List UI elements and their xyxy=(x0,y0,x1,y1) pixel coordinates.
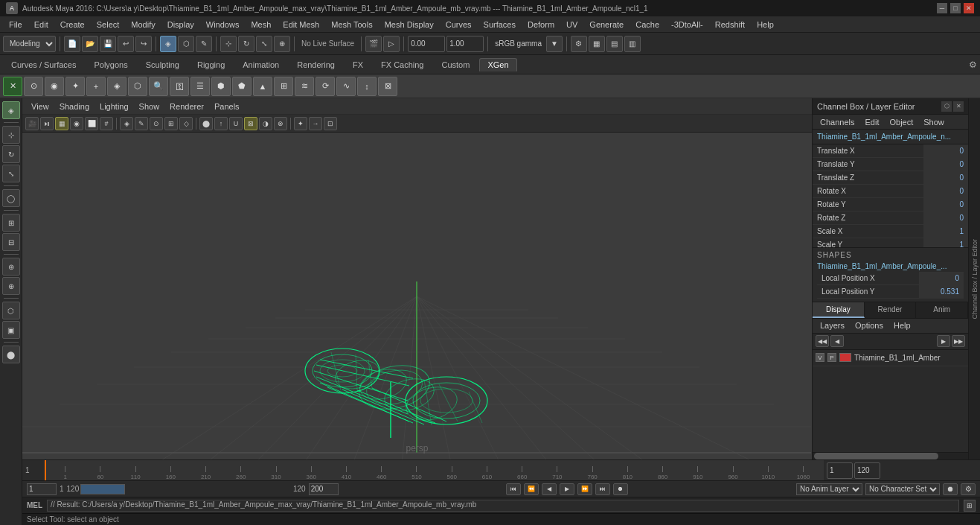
menu-generate[interactable]: Generate xyxy=(583,19,630,31)
save-scene-btn[interactable]: 💾 xyxy=(100,36,116,52)
layer-prev-btn[interactable]: ◀ xyxy=(830,335,844,347)
layout-btn2[interactable]: ▤ xyxy=(606,36,623,52)
cb-edit-menu[interactable]: Edit xyxy=(860,116,883,128)
viewport-canvas[interactable]: persp xyxy=(22,133,812,459)
layers-menu-help[interactable]: Help xyxy=(889,319,915,331)
scale-tool-side[interactable]: ⤡ xyxy=(2,165,20,182)
layer-rewind-btn[interactable]: ◀◀ xyxy=(816,335,829,347)
pb-play-fwd[interactable]: ▶ xyxy=(560,483,574,495)
shelf-tab-rigging[interactable]: Rigging xyxy=(189,58,233,71)
layer-next-btn[interactable]: ▶ xyxy=(937,335,950,347)
menu-3dto[interactable]: -3DtoAll- xyxy=(665,19,709,31)
tab-render[interactable]: Render xyxy=(865,302,917,318)
shelf-icon-13[interactable]: ⊞ xyxy=(274,77,293,96)
shelf-tab-xgen[interactable]: XGen xyxy=(479,58,516,71)
menu-uv[interactable]: UV xyxy=(560,19,583,31)
minimize-button[interactable]: ─ xyxy=(937,3,947,13)
channel-rotate-z[interactable]: Rotate Z 0 xyxy=(813,211,968,225)
shelf-icon-17[interactable]: ↕ xyxy=(357,77,377,96)
shelf-icon-16[interactable]: ∿ xyxy=(336,77,356,96)
anim-layer-selector[interactable]: No Anim Layer xyxy=(796,483,862,495)
layout-btn1[interactable]: ▦ xyxy=(589,36,605,52)
shelf-tab-fxcaching[interactable]: FX Caching xyxy=(373,58,432,71)
vmenu-show[interactable]: Show xyxy=(135,101,164,112)
shelf-tab-sculpting[interactable]: Sculpting xyxy=(138,58,188,71)
vp-paint-btn[interactable]: ✎ xyxy=(135,117,148,130)
vp-select-btn[interactable]: ◈ xyxy=(120,117,133,130)
layout-btn3[interactable]: ▥ xyxy=(624,36,641,52)
pb-step-back[interactable]: ⏪ xyxy=(524,483,539,495)
shelf-tab-fx[interactable]: FX xyxy=(345,58,371,71)
rotate-tool-side[interactable]: ↻ xyxy=(2,145,20,163)
rotate-btn[interactable]: ↻ xyxy=(238,36,254,52)
cb-channels-menu[interactable]: Channels xyxy=(816,116,859,128)
shelf-tab-custom[interactable]: Custom xyxy=(434,58,478,71)
color-space-arrow[interactable]: ▼ xyxy=(546,36,563,52)
vp-hud-btn[interactable]: ⊡ xyxy=(324,117,337,130)
shelf-icon-7[interactable]: 🔍 xyxy=(149,77,168,96)
vp-wireframe-btn[interactable]: ▦ xyxy=(55,117,68,130)
channel-scale-y[interactable]: Scale Y 1 xyxy=(813,238,968,247)
vp-xray-btn[interactable]: ⊠ xyxy=(244,117,257,130)
channel-translate-z[interactable]: Translate Z 0 xyxy=(813,171,968,185)
channel-rotate-y[interactable]: Rotate Y 0 xyxy=(813,198,968,211)
timeline-track[interactable]: 1 60 110 160 210 260 310 360 410 460 510… xyxy=(45,460,824,480)
misc-btn1[interactable]: ⬡ xyxy=(2,302,20,319)
universal-manip-btn[interactable]: ⊕ xyxy=(274,36,290,52)
prefs-btn2[interactable]: ⚙ xyxy=(961,483,976,495)
panel-float-btn[interactable]: ⬡ xyxy=(941,101,952,112)
vp-ao-btn[interactable]: ⊗ xyxy=(274,117,287,130)
shelf-tab-curves[interactable]: Curves / Surfaces xyxy=(3,58,84,71)
cb-show-menu[interactable]: Show xyxy=(919,116,949,128)
open-scene-btn[interactable]: 📂 xyxy=(82,36,98,52)
shelf-icon-1[interactable]: ⊙ xyxy=(24,77,43,96)
layer-playback-toggle[interactable]: P xyxy=(827,353,836,362)
max-frame-input[interactable] xyxy=(309,483,339,495)
ipr-btn[interactable]: ▷ xyxy=(383,36,400,52)
misc-btn2[interactable]: ▣ xyxy=(2,321,20,339)
shelf-icon-18[interactable]: ⊠ xyxy=(378,77,397,96)
vp-show-grid[interactable]: ⊞ xyxy=(164,117,178,130)
shelf-icon-2[interactable]: ◉ xyxy=(45,77,64,96)
frame-range-input[interactable] xyxy=(80,484,125,494)
cb-object-menu[interactable]: Object xyxy=(885,116,917,128)
menu-windows[interactable]: Windows xyxy=(200,19,246,31)
field-value1[interactable] xyxy=(408,36,445,52)
select-tool-side[interactable]: ◈ xyxy=(2,101,20,119)
channel-rotate-x[interactable]: Rotate X 0 xyxy=(813,185,968,198)
layer-visibility-toggle[interactable]: V xyxy=(816,353,824,362)
menu-file[interactable]: File xyxy=(3,19,28,31)
workspace-selector[interactable]: Modeling xyxy=(3,36,56,52)
menu-meshdisplay[interactable]: Mesh Display xyxy=(379,19,440,31)
layer-color-swatch[interactable] xyxy=(839,353,851,362)
menu-select[interactable]: Select xyxy=(91,19,126,31)
shelf-icon-3[interactable]: ✦ xyxy=(65,77,85,96)
tab-anim[interactable]: Anim xyxy=(916,302,968,318)
pb-next-frame[interactable]: ⏩ xyxy=(577,483,592,495)
menu-cache[interactable]: Cache xyxy=(630,19,665,31)
vmenu-panels[interactable]: Panels xyxy=(210,101,244,112)
menu-modify[interactable]: Modify xyxy=(125,19,161,31)
timeline-end-input[interactable] xyxy=(854,462,880,479)
panel-close-btn[interactable]: ✕ xyxy=(953,101,964,112)
channel-translate-y[interactable]: Translate Y 0 xyxy=(813,158,968,171)
vp-smooth-btn[interactable]: ◉ xyxy=(70,117,83,130)
move-btn[interactable]: ⊹ xyxy=(220,36,237,52)
shelf-settings-icon[interactable]: ⚙ xyxy=(969,60,977,70)
vmenu-lighting[interactable]: Lighting xyxy=(95,101,133,112)
menu-deform[interactable]: Deform xyxy=(522,19,560,31)
vp-grid-btn[interactable]: # xyxy=(100,117,113,130)
channel-translate-x[interactable]: Translate X 0 xyxy=(813,144,968,158)
auto-key-btn[interactable]: ⏺ xyxy=(943,483,958,495)
view-btn1[interactable]: ⊞ xyxy=(2,214,20,232)
render-btn[interactable]: 🎬 xyxy=(365,36,382,52)
vp-uvs-btn[interactable]: U xyxy=(229,117,243,130)
timeline-playhead[interactable] xyxy=(45,460,46,480)
char-set-selector[interactable]: No Character Set xyxy=(865,483,940,495)
tab-display[interactable]: Display xyxy=(813,302,865,318)
soft-select-side[interactable]: ◯ xyxy=(2,189,20,207)
field-value2[interactable] xyxy=(446,36,484,52)
menu-meshtools[interactable]: Mesh Tools xyxy=(325,19,378,31)
mel-settings-icon[interactable]: ⊞ xyxy=(964,500,976,512)
shelf-icon-5[interactable]: ◈ xyxy=(107,77,126,96)
